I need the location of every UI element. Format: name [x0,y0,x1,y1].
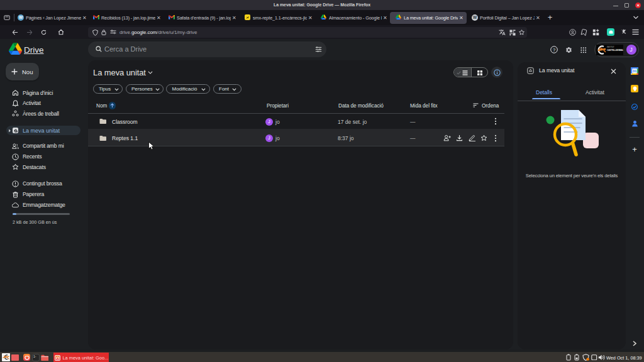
svg-text:W: W [473,15,477,19]
svg-text:31: 31 [633,69,637,73]
svg-text:?: ? [553,47,555,53]
svg-text:W: W [19,15,23,19]
